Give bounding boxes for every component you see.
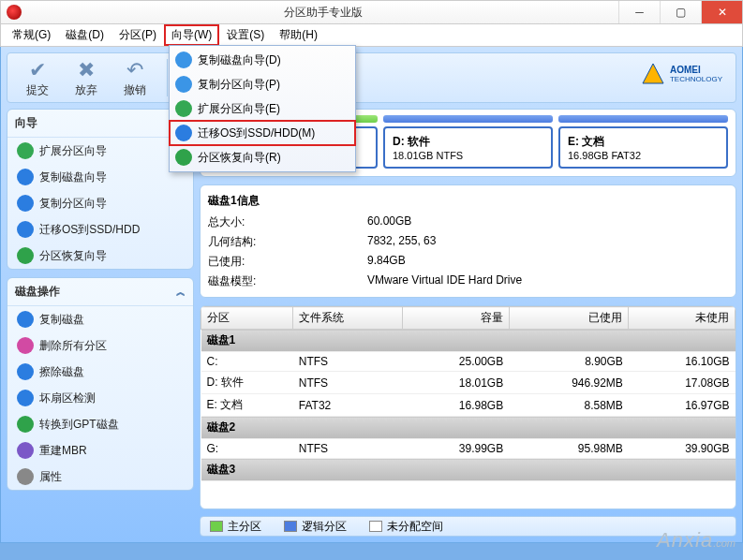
sidebar-item[interactable]: 迁移OS到SSD/HDD (7, 216, 193, 243)
logical-swatch (284, 521, 297, 532)
item-icon (17, 142, 34, 159)
menu-帮助(H)[interactable]: 帮助(H) (272, 24, 325, 46)
table-row[interactable]: G:NTFS39.99GB95.98MB39.90GB (201, 439, 736, 459)
sidebar-item[interactable]: 扩展分区向导 (7, 138, 193, 164)
table-row[interactable]: C:NTFS25.00GB8.90GB16.10GB (201, 352, 736, 372)
sidebar-item-label: 坏扇区检测 (39, 391, 96, 406)
undo-button[interactable]: ↶撤销 (114, 58, 156, 98)
sidebar-item[interactable]: 删除所有分区 (7, 332, 193, 359)
close-button[interactable]: ✕ (701, 1, 742, 23)
legend-logical: 逻辑分区 (302, 520, 347, 533)
menubar: 常规(G)磁盘(D)分区(P)向导(W)设置(S)帮助(H) (0, 24, 743, 47)
sidebar-item[interactable]: 复制磁盘 (7, 306, 193, 332)
info-cell: 7832, 255, 63 (367, 234, 728, 250)
partition-box[interactable]: E: 文档16.98GB FAT32 (558, 126, 728, 169)
dropdown-item[interactable]: 扩展分区向导(E) (170, 96, 355, 121)
item-icon (17, 247, 34, 264)
undo-icon: ↶ (114, 58, 156, 82)
col-header[interactable]: 已使用 (509, 307, 629, 330)
x-icon: ✖ (66, 58, 107, 82)
item-icon (17, 337, 34, 354)
maximize-button[interactable]: ▢ (660, 1, 701, 23)
window-title: 分区助手专业版 (27, 5, 618, 21)
dropdown-item-icon (175, 52, 192, 68)
partition-table-card: 分区文件系统容量已使用未使用 磁盘1C:NTFS25.00GB8.90GB16.… (200, 305, 736, 509)
shell: ✔提交 ✖放弃 ↶撤销 AOMEITECHNOLOGY 向导︽ 扩展分区向导复制… (0, 47, 743, 543)
diskops-panel-title: 磁盘操作 (15, 284, 60, 300)
item-icon (17, 390, 34, 406)
collapse-icon[interactable]: ︽ (176, 286, 186, 299)
menu-常规(G)[interactable]: 常规(G) (5, 24, 58, 46)
discard-button[interactable]: ✖放弃 (66, 58, 107, 98)
sidebar-item-label: 迁移OS到SSD/HDD (39, 222, 140, 238)
sidebar-item-label: 复制分区向导 (39, 196, 107, 212)
sidebar-item-label: 复制磁盘 (39, 312, 84, 328)
diskops-panel: 磁盘操作︽ 复制磁盘删除所有分区擦除磁盘坏扇区检测转换到GPT磁盘重建MBR属性 (7, 277, 194, 491)
item-icon (17, 221, 34, 238)
legend-primary: 主分区 (228, 520, 261, 533)
item-icon (17, 311, 34, 328)
col-header[interactable]: 文件系统 (293, 307, 403, 330)
bottom-strip (0, 543, 743, 560)
sidebar-item[interactable]: 擦除磁盘 (7, 359, 193, 385)
sidebar-item[interactable]: 复制分区向导 (7, 190, 193, 216)
sidebar-item[interactable]: 重建MBR (7, 437, 193, 464)
sidebar-item[interactable]: 分区恢复向导 (7, 243, 193, 269)
toolbar-separator (167, 59, 168, 96)
sidebar-item[interactable]: 坏扇区检测 (7, 385, 193, 411)
sidebar-item[interactable]: 复制磁盘向导 (7, 164, 193, 190)
item-icon (17, 363, 34, 380)
toolbar: ✔提交 ✖放弃 ↶撤销 AOMEITECHNOLOGY (7, 52, 736, 103)
info-cell: 60.00GB (367, 214, 728, 230)
item-icon (17, 468, 34, 485)
info-cell: 磁盘模型: (208, 273, 367, 289)
item-icon (17, 169, 34, 185)
dropdown-item-icon (175, 100, 192, 117)
dropdown-item[interactable]: 复制分区向导(P) (170, 72, 355, 96)
col-header[interactable]: 容量 (403, 307, 510, 330)
item-icon (17, 195, 34, 212)
dropdown-item[interactable]: 迁移OS到SSD/HDD(M) (170, 121, 355, 145)
item-icon (17, 416, 34, 433)
sidebar-item-label: 扩展分区向导 (39, 143, 107, 159)
titlebar: 分区助手专业版 ─ ▢ ✕ (0, 0, 743, 24)
menu-设置(S)[interactable]: 设置(S) (219, 24, 272, 46)
sidebar-item-label: 属性 (39, 469, 62, 485)
menu-磁盘(D)[interactable]: 磁盘(D) (58, 24, 111, 46)
info-cell: 9.84GB (367, 254, 728, 270)
app-icon (7, 5, 22, 20)
table-row[interactable]: D: 软件NTFS18.01GB946.92MB17.08GB (201, 372, 736, 394)
aomei-icon (640, 61, 666, 87)
col-header[interactable]: 分区 (201, 307, 293, 330)
dropdown-item[interactable]: 分区恢复向导(R) (170, 145, 355, 169)
sidebar-item-label: 擦除磁盘 (39, 364, 84, 380)
submit-button[interactable]: ✔提交 (17, 58, 58, 98)
sidebar-item[interactable]: 属性 (7, 464, 193, 490)
group-header[interactable]: 磁盘3 (201, 459, 736, 481)
dropdown-item-icon (175, 149, 192, 166)
watermark: Anxia.com (657, 528, 736, 553)
primary-swatch (210, 521, 223, 532)
sidebar-item-label: 删除所有分区 (39, 338, 107, 354)
dropdown-item-label: 扩展分区向导(E) (198, 101, 280, 117)
menu-向导(W)[interactable]: 向导(W) (164, 24, 219, 46)
partition-table: 分区文件系统容量已使用未使用 磁盘1C:NTFS25.00GB8.90GB16.… (201, 306, 736, 481)
check-icon: ✔ (17, 58, 58, 82)
disk-info-card: 磁盘1信息 总大小:60.00GB几何结构:7832, 255, 63已使用:9… (200, 184, 736, 298)
info-cell: 几何结构: (208, 234, 367, 250)
col-header[interactable]: 未使用 (629, 307, 736, 330)
group-header[interactable]: 磁盘2 (201, 417, 736, 439)
disk-info-title: 磁盘1信息 (208, 193, 728, 209)
menu-分区(P)[interactable]: 分区(P) (111, 24, 164, 46)
info-cell: 总大小: (208, 214, 367, 230)
sidebar-item-label: 重建MBR (39, 443, 87, 459)
dropdown-item-label: 迁移OS到SSD/HDD(M) (198, 125, 315, 141)
sidebar-item-label: 分区恢复向导 (39, 248, 107, 264)
group-header[interactable]: 磁盘1 (201, 330, 736, 352)
partition-box[interactable]: D: 软件18.01GB NTFS (383, 126, 553, 169)
minimize-button[interactable]: ─ (618, 1, 660, 23)
dropdown-item[interactable]: 复制磁盘向导(D) (170, 48, 355, 72)
table-row[interactable]: E: 文档FAT3216.98GB8.58MB16.97GB (201, 394, 736, 417)
sidebar-item-label: 转换到GPT磁盘 (39, 417, 119, 433)
sidebar-item[interactable]: 转换到GPT磁盘 (7, 411, 193, 437)
